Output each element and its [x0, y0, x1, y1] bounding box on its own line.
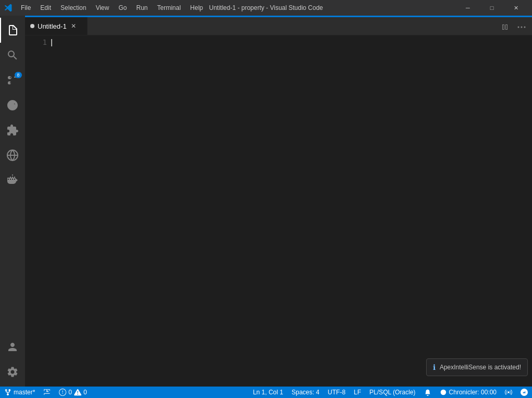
status-branch[interactable]: master* — [0, 387, 39, 398]
editor-content[interactable]: 1 ℹ ApexIntelliSense is activated! — [25, 35, 532, 387]
menu-edit[interactable]: Edit — [36, 3, 55, 13]
editor-area: Untitled-1 ✕ 1 — [25, 16, 532, 387]
git-branch-icon — [4, 389, 11, 396]
menu-file[interactable]: File — [17, 3, 35, 13]
warning-icon — [74, 389, 81, 396]
status-sync[interactable] — [39, 387, 55, 398]
account-icon — [6, 341, 19, 353]
run-icon — [6, 99, 19, 111]
activity-item-extensions[interactable] — [0, 118, 25, 143]
search-icon — [6, 49, 19, 61]
chronicler-label: Chronicler: 00:00 — [449, 389, 497, 396]
vscode-logo-icon — [4, 4, 13, 12]
more-icon — [517, 23, 526, 31]
notification-info-icon: ℹ — [433, 363, 436, 371]
encoding-label: UTF-8 — [328, 389, 345, 396]
activity-item-settings[interactable] — [0, 359, 25, 384]
svg-point-2 — [521, 27, 523, 28]
status-language[interactable]: PL/SQL (Oracle) — [365, 387, 419, 398]
status-spaces[interactable]: Spaces: 4 — [287, 387, 323, 398]
close-button[interactable]: ✕ — [504, 0, 528, 16]
status-eol[interactable]: LF — [349, 387, 365, 398]
titlebar: File Edit Selection View Go Run Terminal… — [0, 0, 532, 16]
titlebar-menu: File Edit Selection View Go Run Terminal… — [17, 3, 207, 13]
ln-col-label: Ln 1, Col 1 — [253, 389, 283, 396]
activity-item-account[interactable] — [0, 334, 25, 359]
error-count: 0 — [68, 389, 72, 396]
sync-icon — [43, 389, 51, 396]
svg-point-3 — [524, 27, 526, 28]
more-actions-button[interactable] — [515, 21, 528, 35]
titlebar-title: Untitled-1 - property - Visual Studio Co… — [209, 4, 323, 11]
menu-run[interactable]: Run — [132, 3, 152, 13]
tab-dot — [30, 24, 34, 28]
branch-name: master* — [14, 389, 35, 396]
activity-item-docker[interactable] — [0, 168, 25, 193]
activity-item-explorer[interactable] — [0, 18, 25, 43]
files-icon — [7, 24, 19, 36]
tabs-bar: Untitled-1 ✕ — [25, 17, 532, 35]
status-bar: master* 0 0 Ln 1, Col 1 Spaces: 4 UT — [0, 387, 532, 398]
notification-message: ApexIntelliSense is activated! — [440, 364, 521, 371]
activity-item-source-control[interactable]: 8 — [0, 68, 25, 93]
top-scrollbar — [25, 16, 532, 17]
status-bar-right: Ln 1, Col 1 Spaces: 4 UTF-8 LF PL/SQL (O… — [249, 387, 532, 398]
menu-view[interactable]: View — [91, 3, 113, 13]
status-bar-left: master* 0 0 — [0, 387, 91, 398]
activity-item-run[interactable] — [0, 93, 25, 118]
status-notification-bell[interactable] — [420, 387, 436, 398]
titlebar-left: File Edit Selection View Go Run Terminal… — [4, 3, 207, 13]
source-control-badge: 8 — [15, 72, 22, 78]
line-number: 1 — [29, 38, 47, 47]
top-scrollbar-thumb — [25, 16, 532, 17]
remote-status-icon — [521, 389, 528, 396]
text-cursor — [51, 39, 52, 46]
status-chronicler[interactable]: Chronicler: 00:00 — [436, 387, 501, 398]
status-remote[interactable] — [516, 387, 532, 398]
code-editor[interactable] — [51, 35, 532, 387]
settings-icon — [6, 366, 19, 378]
activity-item-remote[interactable] — [0, 143, 25, 168]
status-encoding[interactable]: UTF-8 — [323, 387, 349, 398]
main-layout: 8 — [0, 16, 532, 387]
activity-item-search[interactable] — [0, 43, 25, 68]
docker-icon — [6, 174, 19, 186]
menu-terminal[interactable]: Terminal — [153, 3, 185, 13]
menu-go[interactable]: Go — [114, 3, 131, 13]
eol-label: LF — [354, 389, 361, 396]
tab-close-button[interactable]: ✕ — [70, 21, 77, 31]
broadcast-icon — [505, 389, 512, 396]
record-icon — [440, 389, 447, 396]
menu-selection[interactable]: Selection — [56, 3, 90, 13]
extensions-icon — [6, 124, 19, 136]
minimize-button[interactable]: ─ — [456, 0, 480, 16]
status-ln-col[interactable]: Ln 1, Col 1 — [249, 387, 287, 398]
bell-icon — [424, 389, 431, 396]
split-editor-icon — [501, 23, 509, 31]
maximize-button[interactable]: □ — [480, 0, 504, 16]
tab-untitled-1[interactable]: Untitled-1 ✕ — [25, 17, 88, 35]
status-errors-warnings[interactable]: 0 0 — [55, 387, 91, 398]
activity-bar-bottom — [0, 334, 25, 387]
tab-label: Untitled-1 — [38, 22, 67, 30]
status-broadcast[interactable] — [501, 387, 516, 398]
svg-point-1 — [518, 27, 519, 28]
error-icon — [59, 389, 66, 396]
line-numbers: 1 — [25, 35, 51, 387]
titlebar-controls: ─ □ ✕ — [456, 0, 528, 16]
split-editor-button[interactable] — [499, 21, 511, 35]
remote-icon — [6, 149, 19, 161]
notification-popup: ℹ ApexIntelliSense is activated! — [426, 358, 528, 376]
svg-point-4 — [440, 390, 446, 395]
menu-help[interactable]: Help — [186, 3, 208, 13]
tabs-actions — [494, 21, 532, 35]
activity-bar: 8 — [0, 16, 25, 387]
spaces-label: Spaces: 4 — [292, 389, 319, 396]
warning-count: 0 — [83, 389, 87, 396]
language-label: PL/SQL (Oracle) — [369, 389, 415, 396]
